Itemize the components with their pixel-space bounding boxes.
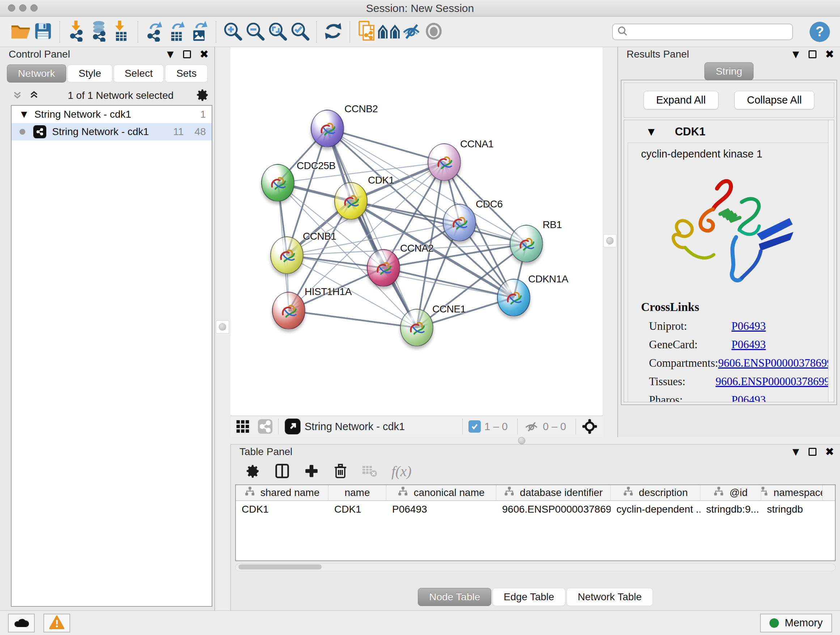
- tab-style[interactable]: Style: [67, 65, 112, 82]
- network-edge[interactable]: [384, 268, 514, 298]
- birds-eye-view-icon[interactable]: [284, 418, 301, 435]
- minimize-window-icon[interactable]: [19, 4, 27, 11]
- tab-network-table[interactable]: Network Table: [567, 588, 653, 606]
- tab-edge-table[interactable]: Edge Table: [493, 588, 565, 606]
- right-splitter[interactable]: [603, 47, 617, 437]
- table-row[interactable]: CDK1CDK1P064939606.ENSP00000378699cyclin…: [236, 501, 835, 518]
- network-node-ccna1[interactable]: [428, 143, 461, 181]
- network-document-button[interactable]: [355, 21, 378, 43]
- show-all-button[interactable]: [423, 21, 445, 43]
- tab-network[interactable]: Network: [7, 65, 66, 82]
- table-cell[interactable]: cyclin-dependent ...: [611, 501, 700, 518]
- grid-view-icon[interactable]: [235, 419, 250, 434]
- control-panel-close-icon[interactable]: ✖: [200, 49, 209, 60]
- network-node-cdk1[interactable]: [334, 182, 368, 220]
- splitter-grip[interactable]: [603, 234, 616, 247]
- table-cell[interactable]: P06493: [386, 501, 496, 518]
- table-settings-gear-icon[interactable]: [245, 463, 261, 478]
- collapse-all-button[interactable]: Collapse All: [734, 91, 815, 109]
- table-cell[interactable]: stringdb: [761, 501, 823, 518]
- crosslink-link[interactable]: P06493: [731, 320, 766, 333]
- warnings-button[interactable]: [43, 614, 70, 632]
- zoom-in-button[interactable]: [221, 21, 244, 43]
- results-panel-close-icon[interactable]: ✖: [825, 49, 834, 60]
- crosslink-link[interactable]: 9606.ENSP00000378699: [718, 356, 832, 370]
- expand-all-networks-icon[interactable]: [29, 90, 39, 101]
- tab-string[interactable]: String: [704, 62, 753, 80]
- show-columns-icon[interactable]: [274, 463, 290, 479]
- crosshair-icon[interactable]: [582, 418, 598, 434]
- splitter-grip[interactable]: [515, 434, 528, 447]
- zoom-selected-button[interactable]: [289, 21, 311, 43]
- network-node-ccnb2[interactable]: [311, 110, 344, 147]
- network-node-ccne1[interactable]: [400, 309, 433, 347]
- zoom-fit-button[interactable]: [266, 21, 289, 43]
- network-row[interactable]: String Network - cdk1 11 48: [11, 123, 212, 141]
- global-search-box[interactable]: [612, 24, 793, 40]
- column-header--id[interactable]: @id: [700, 485, 761, 500]
- table-panel-menu-icon[interactable]: ▼: [792, 448, 799, 456]
- export-network-button[interactable]: [143, 21, 166, 43]
- zoom-window-icon[interactable]: [30, 4, 38, 11]
- expand-all-button[interactable]: Expand All: [644, 91, 718, 109]
- scrollbar-thumb[interactable]: [238, 564, 322, 570]
- import-table-button[interactable]: [110, 21, 133, 43]
- left-splitter[interactable]: [215, 47, 231, 437]
- search-input[interactable]: [632, 26, 788, 37]
- refresh-view-button[interactable]: [322, 21, 344, 43]
- network-node-ccnb1[interactable]: [270, 236, 303, 274]
- save-session-button[interactable]: [32, 21, 54, 43]
- tab-select[interactable]: Select: [114, 65, 164, 82]
- control-panel-menu-icon[interactable]: ▼: [167, 50, 173, 59]
- double-house-button[interactable]: [378, 21, 400, 43]
- tab-node-table[interactable]: Node Table: [418, 588, 491, 606]
- splitter-grip[interactable]: [216, 320, 229, 333]
- network-canvas[interactable]: CCNB2 CCNA1 CDC25B CDK1 CDC6 RB1 CCNB1: [231, 47, 603, 416]
- import-database-button[interactable]: [88, 21, 110, 43]
- horizontal-splitter[interactable]: [215, 437, 840, 444]
- network-edge[interactable]: [289, 310, 417, 328]
- network-collection-row[interactable]: ▼ String Network - cdk1 1: [11, 106, 212, 123]
- close-window-icon[interactable]: [8, 4, 15, 11]
- crosslink-link[interactable]: P06493: [731, 338, 766, 351]
- network-node-cdkn1a[interactable]: [497, 279, 531, 317]
- table-cell[interactable]: 9606.ENSP00000378699: [496, 501, 611, 518]
- column-header-shared-name[interactable]: shared name: [236, 485, 328, 500]
- help-button[interactable]: ?: [810, 22, 830, 42]
- column-header-name[interactable]: name: [328, 485, 386, 500]
- crosslink-link[interactable]: 9606.ENSP00000378699: [715, 375, 830, 388]
- column-header-database-identifier[interactable]: database identifier: [496, 485, 611, 500]
- collection-expand-icon[interactable]: ▼: [21, 111, 27, 119]
- memory-button[interactable]: Memory: [760, 614, 832, 632]
- column-header-canonical-name[interactable]: canonical name: [386, 485, 496, 500]
- gene-section-header[interactable]: ▼ CDK1: [624, 120, 834, 143]
- collapse-section-icon[interactable]: ▼: [648, 127, 654, 136]
- network-node-cdc6[interactable]: [443, 204, 476, 241]
- selected-checkbox-icon[interactable]: [469, 420, 481, 432]
- hidden-eye-icon[interactable]: [523, 420, 539, 433]
- export-table-button[interactable]: [166, 21, 188, 43]
- table-panel-float-icon[interactable]: [808, 448, 816, 456]
- results-scrollbar[interactable]: [828, 120, 834, 402]
- results-panel-menu-icon[interactable]: ▼: [792, 50, 799, 59]
- crosslink-link[interactable]: P06493: [731, 394, 766, 402]
- hide-selected-button[interactable]: [400, 21, 423, 43]
- network-edge[interactable]: [327, 128, 417, 328]
- cloud-status-button[interactable]: [8, 614, 35, 632]
- table-horizontal-scrollbar[interactable]: [235, 563, 836, 571]
- zoom-out-button[interactable]: [244, 21, 266, 43]
- table-cell[interactable]: CDK1: [236, 501, 328, 518]
- delete-column-trash-icon[interactable]: [333, 463, 348, 479]
- network-node-rb1[interactable]: [510, 225, 543, 263]
- network-node-hist1h1a[interactable]: [272, 292, 305, 329]
- results-panel-float-icon[interactable]: [808, 50, 816, 58]
- open-session-button[interactable]: [9, 21, 32, 43]
- network-options-gear-icon[interactable]: [196, 88, 210, 103]
- network-node-cdc25b[interactable]: [261, 164, 294, 202]
- import-network-button[interactable]: [65, 21, 88, 43]
- column-header-namespace[interactable]: namespace: [761, 485, 823, 500]
- network-share-view-icon[interactable]: [258, 419, 272, 434]
- table-cell[interactable]: stringdb:9...: [700, 501, 761, 518]
- control-panel-float-icon[interactable]: [183, 50, 191, 58]
- tab-sets[interactable]: Sets: [165, 65, 208, 82]
